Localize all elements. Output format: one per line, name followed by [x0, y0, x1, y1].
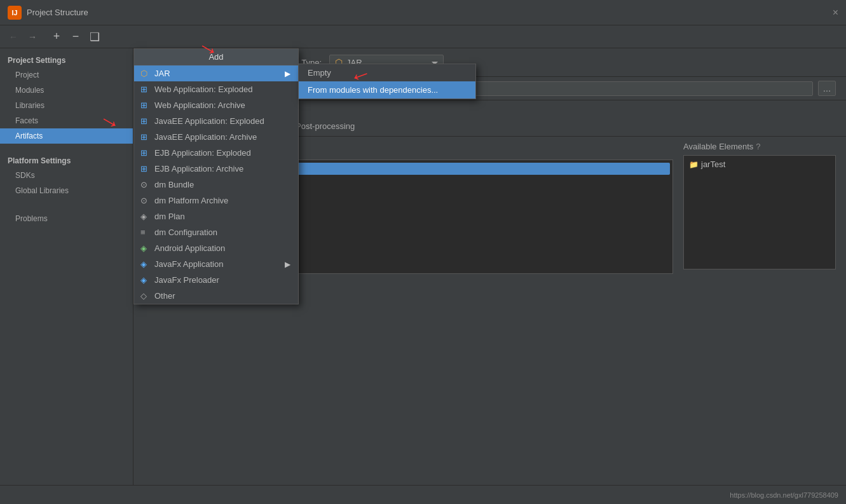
sidebar-item-modules[interactable]: Modules [0, 83, 133, 98]
menu-item-dm-plan[interactable]: ◈ dm Plan [134, 208, 298, 224]
menu-item-dm-platform[interactable]: ⊙ dm Platform Archive [134, 193, 298, 208]
web-exploded-icon: ⊞ [140, 85, 147, 94]
dm-bundle-icon: ⊙ [140, 180, 147, 189]
window-title: Project Structure [27, 8, 88, 17]
menu-item-dm-config[interactable]: ≡ dm Configuration [134, 224, 298, 240]
javafx-icon: ◈ [140, 259, 147, 269]
jar-submenu-empty[interactable]: Empty [299, 64, 475, 81]
close-button[interactable]: × [833, 7, 838, 18]
menu-item-web-archive[interactable]: ⊞ Web Application: Archive [134, 97, 298, 113]
menu-item-web-archive-label: Web Application: Archive [154, 100, 245, 110]
menu-item-web-exploded-label: Web Application: Exploded [154, 85, 252, 94]
add-menu: Add ⬡ JAR ▶ ⊞ Web Application: Exploded … [133, 48, 299, 304]
available-tree-item[interactable]: 📁 jarTest [686, 158, 833, 170]
android-icon: ◈ [140, 243, 147, 253]
menu-item-javaee-archive[interactable]: ⊞ JavaEE Application: Archive [134, 129, 298, 145]
menu-item-ejb-archive[interactable]: ⊞ EJB Application: Archive [134, 161, 298, 177]
copy-button[interactable]: ❑ [86, 29, 103, 45]
other-icon: ◇ [140, 291, 147, 301]
platform-settings-title: Platform Settings [0, 151, 133, 168]
browse-button[interactable]: … [818, 81, 836, 96]
app-logo: IJ [8, 6, 22, 20]
jar-arrow-icon: ▶ [285, 69, 290, 78]
menu-item-dm-config-label: dm Configuration [154, 228, 217, 237]
menu-item-dm-platform-label: dm Platform Archive [154, 196, 228, 205]
remove-button[interactable]: − [67, 29, 84, 45]
javafx-arrow-icon: ▶ [285, 260, 290, 269]
ejb-exploded-icon: ⊞ [140, 148, 147, 158]
dm-plan-icon: ◈ [140, 212, 147, 221]
menu-item-jar-label: JAR [154, 69, 170, 78]
menu-item-web-exploded[interactable]: ⊞ Web Application: Exploded [134, 81, 298, 97]
back-button[interactable]: ← [5, 29, 22, 45]
menu-item-dm-plan-label: dm Plan [154, 212, 185, 221]
menu-item-javaee-exploded[interactable]: ⊞ JavaEE Application: Exploded [134, 113, 298, 129]
add-button[interactable]: + [48, 29, 65, 45]
web-archive-icon: ⊞ [140, 100, 147, 110]
sidebar: Project Settings Project Modules Librari… [0, 48, 133, 485]
available-folder-icon: 📁 [689, 160, 699, 169]
menu-item-other[interactable]: ◇ Other [134, 288, 298, 304]
menu-item-javafx-preloader[interactable]: ◈ JavaFx Preloader [134, 272, 298, 288]
sidebar-item-artifacts[interactable]: Artifacts [0, 128, 133, 144]
menu-item-javaee-exploded-label: JavaEE Application: Exploded [154, 116, 264, 126]
menu-item-ejb-archive-label: EJB Application: Archive [154, 164, 243, 174]
javaee-exploded-icon: ⊞ [140, 116, 147, 126]
javafx-preloader-icon: ◈ [140, 275, 147, 285]
sidebar-item-problems[interactable]: Problems [0, 211, 133, 226]
menu-item-android[interactable]: ◈ Android Application [134, 240, 298, 256]
menu-item-dm-bundle-label: dm Bundle [154, 180, 194, 189]
available-title: Available Elements ? [683, 142, 836, 151]
forward-button[interactable]: → [24, 29, 41, 45]
title-bar: IJ Project Structure × [0, 0, 846, 25]
menu-item-javafx[interactable]: ◈ JavaFx Application ▶ [134, 256, 298, 272]
available-root-label: jarTest [701, 160, 725, 169]
dm-config-icon: ≡ [140, 228, 146, 237]
ejb-archive-icon: ⊞ [140, 164, 147, 174]
add-menu-header: Add [134, 49, 298, 65]
jar-menu-icon: ⬡ [140, 69, 147, 78]
jar-submenu: Empty From modules with dependencies... [298, 64, 476, 99]
sidebar-item-sdks[interactable]: SDKs [0, 168, 133, 183]
menu-item-javaee-archive-label: JavaEE Application: Archive [154, 132, 257, 142]
menu-item-ejb-exploded-label: EJB Application: Exploded [154, 148, 251, 158]
available-elements-panel: Available Elements ? 📁 jarTest [683, 142, 836, 271]
sidebar-item-project[interactable]: Project [0, 67, 133, 83]
menu-item-jar[interactable]: ⬡ JAR ▶ [134, 65, 298, 81]
sidebar-item-global-libraries[interactable]: Global Libraries [0, 183, 133, 198]
dm-platform-icon: ⊙ [140, 196, 147, 205]
javaee-archive-icon: ⊞ [140, 132, 147, 142]
menu-item-javafx-preloader-label: JavaFx Preloader [154, 275, 219, 285]
status-url: https://blog.csdn.net/gxl779258409 [730, 491, 838, 499]
status-bar: https://blog.csdn.net/gxl779258409 [0, 485, 846, 504]
menu-item-other-label: Other [154, 291, 175, 301]
available-tree: 📁 jarTest [683, 155, 836, 269]
menu-item-dm-bundle[interactable]: ⊙ dm Bundle [134, 177, 298, 193]
sidebar-item-libraries[interactable]: Libraries [0, 98, 133, 113]
help-icon[interactable]: ? [756, 142, 760, 151]
menu-item-android-label: Android Application [154, 243, 225, 253]
menu-item-javafx-label: JavaFx Application [154, 259, 223, 269]
sidebar-item-facets[interactable]: Facets [0, 113, 133, 128]
main-layout: Project Settings Project Modules Librari… [0, 48, 846, 485]
jar-submenu-from-modules[interactable]: From modules with dependencies... [299, 81, 475, 99]
nav-bar: ← → + − ❑ [0, 25, 846, 48]
project-settings-title: Project Settings [0, 51, 133, 67]
menu-item-ejb-exploded[interactable]: ⊞ EJB Application: Exploded [134, 145, 298, 161]
